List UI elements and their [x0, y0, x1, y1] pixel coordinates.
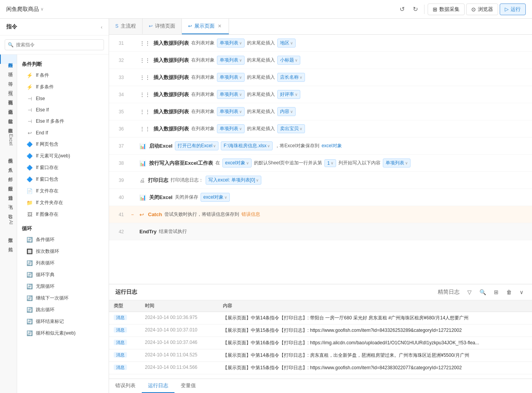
- sidebar-item-loop-end-mark[interactable]: 🔄 循环结束标记: [19, 316, 107, 327]
- tab-display[interactable]: ↩ 展示页面 ✕: [182, 19, 229, 34]
- table-row: 39 🖨 打印日志 打印消息日志： 写入excel: 单项列表[0]∨: [109, 172, 532, 189]
- sidebar-tab-data-proc[interactable]: 数据处理: [0, 178, 17, 187]
- sidebar-item-if[interactable]: ⚡ If 条件: [19, 70, 107, 81]
- tag-data-field[interactable]: 好评率∨: [277, 90, 300, 99]
- sidebar-tab-mouse-keyboard[interactable]: 鼠标键盘: [0, 111, 17, 120]
- sidebar-tab-condition[interactable]: 条件判断: [0, 55, 17, 64]
- browser-button[interactable]: ⊙ 浏览器: [466, 4, 498, 15]
- sidebar-item-end-if[interactable]: ↩ End If: [19, 127, 107, 138]
- app-title[interactable]: 闲鱼爬取商品 ∨: [6, 6, 44, 13]
- sidebar-tab-google[interactable]: 谷歌: [0, 206, 17, 215]
- sidebar-tab-group-notify[interactable]: 群通知: [0, 187, 17, 197]
- tag-list-obj[interactable]: 单项列表∨: [217, 90, 245, 99]
- sidebar-tab-loop[interactable]: 循环: [0, 64, 17, 73]
- tag-col-num[interactable]: 1∨: [324, 159, 336, 167]
- tag-write-data[interactable]: 单项列表∨: [383, 159, 410, 167]
- tag-data-field[interactable]: 卖出宝贝∨: [277, 124, 305, 133]
- tag-log-content[interactable]: 写入excel: 单项列表[0]∨: [206, 176, 261, 185]
- sidebar-tab-feishu[interactable]: 飞书: [0, 197, 17, 206]
- bottom-tab-run-log[interactable]: 运行日志: [142, 379, 174, 393]
- sidebar-tab-octopus[interactable]: 八爪鱼: [0, 159, 17, 169]
- sidebar-tab-desktop-auto[interactable]: 桌面自动化: [0, 101, 17, 111]
- sidebar-tab-mail[interactable]: 邮件: [0, 169, 17, 178]
- sidebar-collapse-button[interactable]: ‹: [101, 24, 102, 30]
- table-row: 35 ⋮⋮ 插入数据到列表 在列表对象 单项列表∨ 的末尾处插入 内容∨: [109, 103, 532, 120]
- sidebar-item-if-element-visible[interactable]: 🔷 If 元素可见(web): [19, 150, 107, 162]
- log-search-icon[interactable]: 🔍: [477, 288, 488, 296]
- sidebar-item-label: End If: [36, 130, 48, 136]
- line-content: ⋮⋮ 插入数据到列表 在列表对象 单项列表∨ 的末尾处插入 地区∨: [136, 36, 532, 50]
- table-row: 31 ⋮⋮ 插入数据到列表 在列表对象 单项列表∨ 的末尾处插入 地区∨: [109, 35, 532, 52]
- undo-button[interactable]: ↺: [396, 4, 408, 15]
- sidebar-tab-data-table[interactable]: 数据表格: [0, 120, 17, 129]
- sidebar-item-label: 列表循环: [36, 260, 55, 266]
- sidebar-item-label: 无限循环: [36, 283, 55, 290]
- sidebar-item-dict-loop[interactable]: 🔄 循环字典: [19, 269, 107, 280]
- log-type-cell: 消息: [109, 362, 140, 374]
- tag-excel-obj2[interactable]: excel对象∨: [222, 159, 252, 167]
- tab-main[interactable]: S 主流程: [109, 19, 143, 34]
- tag-list-obj[interactable]: 单项列表∨: [217, 107, 245, 116]
- cmd-label: 插入数据到列表: [153, 74, 189, 81]
- tag-data-field[interactable]: 地区∨: [277, 39, 296, 48]
- tag-error-info[interactable]: 错误信息: [241, 211, 260, 218]
- bottom-tab-var-val[interactable]: 变量值: [174, 379, 202, 393]
- sidebar-tab-other[interactable]: 其他: [0, 239, 17, 248]
- sidebar-item-infinite-loop[interactable]: 🔄 无限循环: [19, 281, 107, 292]
- sidebar-item-continue-loop[interactable]: 🔄 继续下一次循环: [19, 293, 107, 304]
- search-input[interactable]: [5, 39, 104, 50]
- sidebar-tab-flow[interactable]: 流程: [0, 83, 17, 92]
- sidebar-item-if-multi[interactable]: ⚡ If 多条件: [19, 81, 107, 93]
- log-expand-icon[interactable]: ∨: [517, 288, 526, 296]
- cmd-label: 插入数据到列表: [153, 57, 189, 64]
- sidebar-item-count-loop[interactable]: 🔲 按次数循环: [19, 246, 107, 257]
- sidebar-item-loop-similar-web[interactable]: 🔄 循环相似元素(web): [19, 328, 107, 339]
- tag-list-obj[interactable]: 单项列表∨: [217, 124, 245, 133]
- data-collect-button[interactable]: ⊞ 数据采集: [428, 4, 465, 15]
- tag-excel-obj[interactable]: excel对象: [322, 143, 342, 149]
- sidebar-item-if-image-exists[interactable]: 🖼 If 图像存在: [19, 209, 107, 220]
- tag-list-obj[interactable]: 单项列表∨: [217, 39, 245, 48]
- condition-section-title: 条件判断: [17, 58, 109, 69]
- run-button[interactable]: ▷ 运行: [500, 4, 526, 15]
- log-filter-icon[interactable]: ▽: [465, 288, 474, 296]
- tag-list-obj[interactable]: 单项列表∨: [217, 73, 245, 82]
- sidebar-item-break-loop[interactable]: 🔄 跳出循环: [19, 304, 107, 315]
- sidebar-tab-web-auto[interactable]: 网页自动化: [0, 92, 17, 101]
- log-area: 运行日志 精简日志 ▽ 🔍 ⊞ 🗑 ∨ 类型 时间 内容: [109, 284, 532, 393]
- sidebar-tab-wait[interactable]: 等待: [0, 73, 17, 83]
- tag-data-field[interactable]: 店长名称∨: [277, 73, 305, 82]
- sidebar-tab-database[interactable]: 数据库: [0, 229, 17, 239]
- log-row: 消息 2024-10-14 00:11:04.525 【展示页面】中第14条指令…: [109, 349, 532, 362]
- sidebar-item-else-if-multi[interactable]: ⊣ Else If 多条件: [19, 116, 107, 127]
- bottom-tab-error[interactable]: 错误列表: [109, 379, 142, 393]
- sidebar-tab-excel[interactable]: Excel: [0, 129, 17, 150]
- sidebar-item-if-web-contains[interactable]: 🔷 If 网页包含: [19, 139, 107, 150]
- redo-button[interactable]: ↻: [409, 4, 421, 15]
- sidebar-item-condition-loop[interactable]: 🔄 条件循环: [19, 234, 107, 245]
- log-export-icon[interactable]: ⊞: [491, 288, 501, 296]
- sidebar-item-if-window-exists[interactable]: 🔷 If 窗口存在: [19, 162, 107, 173]
- sidebar-tab-ai[interactable]: AI: [0, 215, 17, 229]
- sidebar-item-else-if[interactable]: ⊣ Else If: [19, 104, 107, 115]
- log-time-cell: 2024-10-14 00:11:04.566: [140, 362, 218, 374]
- tag-data-field[interactable]: 小标题∨: [277, 56, 300, 65]
- tag-excel-obj3[interactable]: excel对象∨: [201, 193, 230, 202]
- sidebar-item-if-window-contains[interactable]: 🔷 If 窗口包含: [19, 174, 107, 185]
- tag-filepath[interactable]: F:\海珠租房信息.xlsx∨: [221, 141, 273, 150]
- log-clear-icon[interactable]: 🗑: [504, 288, 514, 296]
- sidebar-item-if-file-exists[interactable]: 📄 If 文件存在: [19, 185, 107, 197]
- sidebar-item-else[interactable]: ⊣ Else: [19, 93, 107, 104]
- tag-open-mode[interactable]: 打开已有的Excel∨: [175, 141, 218, 150]
- sidebar-item-label: If 文件夹存在: [36, 199, 63, 206]
- log-filter-label[interactable]: 精简日志: [435, 287, 462, 297]
- tag-data-field[interactable]: 内容∨: [277, 107, 296, 116]
- tab-detail[interactable]: ↩ 详情页面: [143, 19, 182, 34]
- loop-end-mark-icon: 🔄: [26, 319, 33, 325]
- tab-display-close[interactable]: ✕: [217, 23, 222, 30]
- log-content-cell: 【展示页面】中第14条指令【打印日志】: 房东直租，出全新笋盘，琶洲租房望过来。…: [218, 349, 532, 362]
- tag-list-obj[interactable]: 单项列表∨: [217, 56, 245, 65]
- sidebar-item-list-loop[interactable]: 🔄 列表循环: [19, 257, 107, 269]
- sidebar-item-if-folder-exists[interactable]: 📁 If 文件夹存在: [19, 197, 107, 208]
- sidebar-tab-os[interactable]: 操作系统: [0, 150, 17, 159]
